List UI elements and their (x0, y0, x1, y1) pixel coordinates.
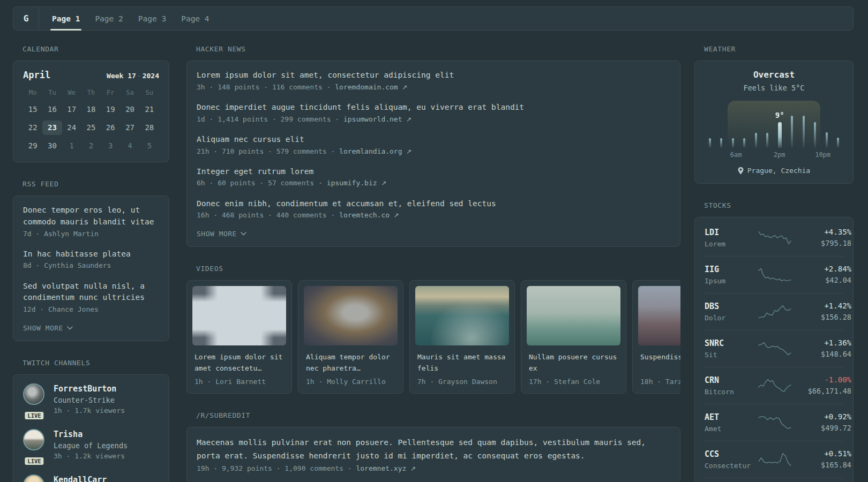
weather-time-labels: 6am2pm10pm (709, 150, 839, 159)
video-card[interactable]: Lorem ipsum dolor sit amet consectetu… 1… (186, 280, 292, 394)
stock-symbol: IIG (705, 263, 758, 276)
app-logo[interactable]: G (13, 7, 39, 30)
hackernews-item-domain[interactable]: loremdomain.com (335, 83, 398, 91)
video-thumbnail[interactable] (304, 286, 398, 345)
rss-item-title[interactable]: In hac habitasse platea (23, 248, 159, 260)
rss-item: Donec tempor eros leo, ut commodo mauris… (23, 205, 159, 239)
stock-symbol: CRN (705, 374, 758, 387)
video-card[interactable]: Aliquam tempor dolor nec pharetra… 1h · … (298, 280, 403, 394)
rss-item-title[interactable]: Donec tempor eros leo, ut commodo mauris… (23, 205, 159, 228)
twitch-channel-name[interactable]: KendallCarr (54, 475, 107, 482)
calendar-day: 30 (42, 139, 62, 153)
stock-row[interactable]: LDILorem +4.35%$795.18 (705, 220, 843, 256)
weekday-label: We (62, 89, 81, 99)
hackernews-show-more-button[interactable]: SHOW MORE (197, 230, 670, 238)
weather-hourly-chart: 9° 6am2pm10pm (705, 101, 843, 159)
twitch-channel-row[interactable]: KendallCarr (23, 475, 159, 482)
hackernews-item-title[interactable]: Integer eget rutrum lorem (197, 166, 670, 178)
location-pin-icon (738, 167, 744, 175)
calendar-day: 20 (120, 102, 139, 117)
hackernews-item-title[interactable]: Donec imperdiet augue tincidunt felis al… (197, 102, 670, 114)
hackernews-item-title[interactable]: Donec enim nibh, condimentum et accumsan… (197, 198, 670, 210)
hackernews-item-domain[interactable]: ipsumworld.net (343, 115, 402, 123)
weather-card: Overcast Feels like 5°C 9° 6am2pm10pm Pr… (694, 61, 854, 184)
stock-name: Dolor (705, 313, 758, 323)
hackernews-item-meta: 6h · 60 points · 57 comments · ipsumify.… (197, 178, 670, 189)
stock-change: +2.84% (791, 263, 851, 275)
twitch-channel-name[interactable]: Trisha (54, 429, 128, 440)
video-card[interactable]: Suspendisse diam 18h · Tara (632, 280, 680, 394)
external-link-icon: ↗ (410, 465, 416, 472)
weather-bar (814, 122, 816, 148)
weather-section: WEATHER Overcast Feels like 5°C 9° 6am2p… (694, 45, 854, 184)
video-thumbnail[interactable] (415, 286, 509, 345)
twitch-channel-name[interactable]: ForrestBurton (54, 383, 125, 395)
video-title[interactable]: Lorem ipsum dolor sit amet consectetu… (194, 352, 284, 374)
tab-page-4[interactable]: Page 4 (179, 7, 211, 30)
hackernews-item-title[interactable]: Aliquam nec cursus elit (197, 134, 670, 146)
tab-page-1[interactable]: Page 1 (50, 7, 81, 30)
top-nav: G Page 1 Page 2 Page 3 Page 4 (13, 6, 854, 31)
video-card[interactable]: Mauris sit amet massa felis 7h · Grayson… (409, 280, 515, 394)
tab-page-3[interactable]: Page 3 (137, 7, 168, 30)
rss-item: In hac habitasse platea 8d · Cynthia Sau… (23, 248, 159, 272)
stock-row[interactable]: SNRCSit +1.36%$148.64 (705, 330, 843, 367)
stock-row[interactable]: CCSConsectetur +0.51%$165.84 (705, 441, 843, 478)
rss-show-more-label: SHOW MORE (23, 324, 63, 332)
video-card[interactable]: Nullam posuere cursus ex 17h · Stefan Co… (521, 280, 626, 394)
hackernews-item-domain[interactable]: ipsumify.biz (327, 179, 377, 187)
weather-bar (732, 138, 734, 148)
stock-row[interactable]: CRNBitcorn -1.00%$66,171.48 (705, 367, 843, 404)
twitch-channel-row[interactable]: LIVE Trisha League of Legends 3h · 1.2k … (23, 429, 159, 462)
twitch-channel-row[interactable]: LIVE ForrestBurton Counter-Strike 1h · 1… (23, 383, 159, 416)
hackernews-item-domain[interactable]: loremlandia.org (339, 147, 402, 155)
subreddit-card: Maecenas mollis pulvinar erat non posuer… (186, 427, 680, 482)
subreddit-post-title[interactable]: Maecenas mollis pulvinar erat non posuer… (197, 436, 670, 462)
calendar-grid: Mo Tu We Th Fr Sa Su 15 16 17 18 19 20 2… (23, 89, 159, 153)
video-title[interactable]: Nullam posuere cursus ex (529, 352, 618, 374)
calendar-day: 19 (101, 102, 120, 117)
weekday-label: Tu (42, 89, 62, 99)
subreddit-post-domain[interactable]: loremnet.xyz (356, 464, 406, 472)
video-thumbnail[interactable] (527, 286, 620, 345)
video-thumbnail[interactable] (192, 286, 286, 345)
stock-change: +1.36% (791, 337, 851, 349)
calendar-month: April (23, 70, 50, 80)
stock-change: -1.00% (791, 374, 851, 386)
calendar-day: 18 (81, 102, 101, 117)
stock-row[interactable]: IIGIpsum +2.84%$42.04 (705, 256, 843, 293)
rss-item-title[interactable]: Sed volutpat nulla nisl, a condimentum n… (23, 281, 159, 304)
hackernews-item-meta: 1d · 1,414 points · 299 comments · ipsum… (197, 114, 670, 125)
external-link-icon: ↗ (402, 84, 408, 91)
rss-show-more-button[interactable]: SHOW MORE (23, 324, 159, 332)
video-meta: 17h · Stefan Cole (529, 378, 618, 386)
video-thumbnail[interactable] (638, 286, 680, 345)
stock-sparkline (758, 267, 791, 282)
hackernews-item-stats: 3h · 148 points · 116 comments · (197, 83, 335, 91)
subreddit-post: Maecenas mollis pulvinar erat non posuer… (197, 436, 670, 473)
stock-name: Sit (705, 350, 758, 360)
hackernews-item-domain[interactable]: loremtech.co (339, 211, 390, 219)
video-meta: 18h · Tara (640, 378, 680, 386)
weekday-label: Fr (101, 89, 120, 99)
calendar-day-next-month: 1 (62, 139, 81, 153)
twitch-channel-info: ForrestBurton Counter-Strike 1h · 1.7k v… (54, 383, 125, 416)
stock-name: Amet (705, 424, 758, 434)
video-title[interactable]: Aliquam tempor dolor nec pharetra… (306, 352, 395, 374)
weather-bar-current: 9° (778, 122, 782, 148)
twitch-section: TWITCH CHANNELS LIVE ForrestBurton Count… (13, 359, 169, 482)
stock-row[interactable]: AHS +0.46% (705, 478, 843, 482)
video-title[interactable]: Mauris sit amet massa felis (417, 352, 507, 374)
stock-row[interactable]: DBSDolor +1.42%$156.28 (705, 293, 843, 330)
hackernews-item-title[interactable]: Lorem ipsum dolor sit amet, consectetur … (197, 70, 670, 81)
live-badge: LIVE (24, 411, 44, 420)
stock-sparkline (758, 415, 791, 430)
stock-change: +4.35% (791, 227, 851, 238)
stock-row[interactable]: AETAmet +0.92%$499.72 (705, 404, 843, 441)
weather-bar (709, 138, 711, 148)
video-title[interactable]: Suspendisse diam (640, 352, 680, 374)
subreddit-post-stats: 19h · 9,932 points · 1,090 comments · (197, 464, 356, 472)
tab-page-2[interactable]: Page 2 (93, 7, 124, 30)
hackernews-item-meta: 3h · 148 points · 116 comments · loremdo… (197, 82, 670, 93)
twitch-channel-meta: 3h · 1.2k viewers (54, 451, 128, 462)
